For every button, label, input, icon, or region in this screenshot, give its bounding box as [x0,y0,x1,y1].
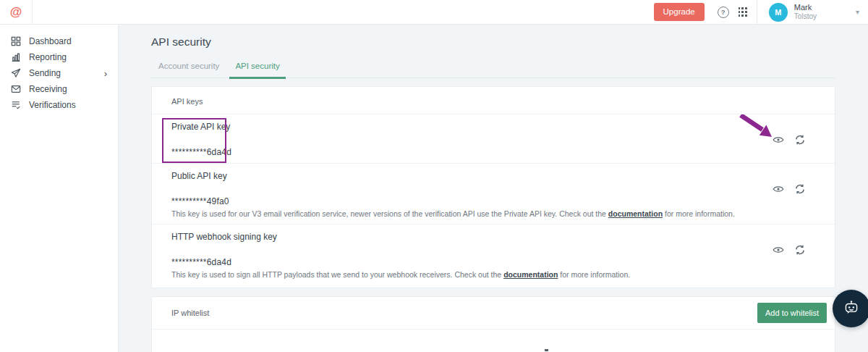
user-menu-caret-icon[interactable]: ▾ [856,8,859,16]
receiving-icon [11,84,21,94]
logo-area[interactable]: @ [0,0,33,24]
key-description: This key is used for our V3 email verifi… [171,209,815,218]
tab-account-security[interactable]: Account security [153,62,225,79]
key-name: Private API key [171,122,815,132]
upgrade-button[interactable]: Upgrade [654,3,705,22]
help-icon[interactable]: ? [718,7,729,18]
sidebar-item-receiving[interactable]: Receiving [0,81,118,97]
reveal-key-eye-icon[interactable] [773,183,784,195]
sending-icon [11,68,21,78]
api-key-row-private: Private API key **********6da4d [152,114,835,164]
api-key-row-webhook: HTTP webhook signing key **********6da4d… [152,225,835,288]
tab-api-security[interactable]: API security [229,62,285,79]
user-name[interactable]: Mark Tolstoy [794,3,817,20]
sidebar-label: Reporting [29,52,67,62]
topbar-divider [757,0,757,24]
user-first-name: Mark [794,3,817,12]
add-to-whitelist-button[interactable]: Add to whitelist [757,303,827,323]
ip-whitelist-card: IP whitelist Add to whitelist [151,296,835,352]
dashboard-icon [11,36,21,46]
sidebar-item-verifications[interactable]: Verifications [0,97,118,113]
key-value: **********49fa0 [171,196,815,206]
page-title: API security [151,25,835,49]
regenerate-key-refresh-icon[interactable] [794,244,806,256]
app-window: @ Upgrade ? M Mark Tolstoy ▾ [0,0,868,352]
sidebar-label: Dashboard [29,36,72,46]
sidebar-label: Sending [29,68,61,78]
top-bar-controls: Upgrade ? M Mark Tolstoy ▾ [654,0,868,24]
sidebar-nav: Dashboard Reporting Sending › Receiving [0,25,119,352]
regenerate-key-refresh-icon[interactable] [794,183,806,195]
api-key-row-public: Public API key **********49fa0 This key … [152,164,835,225]
sidebar-item-reporting[interactable]: Reporting [0,49,118,65]
documentation-link[interactable]: documentation [503,270,558,279]
verifications-icon [11,100,21,110]
chat-widget-button[interactable] [833,290,868,327]
ip-whitelist-title: IP whitelist [171,309,209,317]
app-grid-icon[interactable] [739,7,747,16]
sidebar-item-sending[interactable]: Sending › [0,65,118,81]
key-name: Public API key [171,171,815,181]
user-avatar[interactable]: M [769,3,788,22]
key-description: This key is used to sign all HTTP payloa… [171,270,815,279]
reveal-key-eye-icon[interactable] [773,244,784,256]
sidebar-label: Receiving [29,84,67,94]
api-keys-card: API keys Private API key **********6da4d [151,86,835,288]
key-value: **********6da4d [171,257,815,267]
chevron-right-icon[interactable]: › [104,69,107,78]
reporting-icon [11,52,21,62]
user-last-name: Tolstoy [794,12,817,21]
main-area: API security Account security API securi… [119,25,868,352]
sidebar-label: Verifications [29,100,76,110]
robot-icon [842,299,861,318]
api-keys-header: API keys [152,87,835,114]
top-bar: @ Upgrade ? M Mark Tolstoy ▾ [0,0,868,25]
key-name: HTTP webhook signing key [171,232,815,242]
documentation-link[interactable]: documentation [608,209,663,218]
reveal-key-eye-icon[interactable] [773,134,784,146]
key-value: **********6da4d [171,147,815,157]
ip-whitelist-header-row: IP whitelist Add to whitelist [152,297,835,330]
brand-logo-icon: @ [10,6,22,18]
tab-bar: Account security API security [151,62,835,78]
clipped-content-fragment [545,349,548,351]
ip-whitelist-body [152,330,835,352]
regenerate-key-refresh-icon[interactable] [794,134,806,146]
sidebar-item-dashboard[interactable]: Dashboard [0,33,118,49]
